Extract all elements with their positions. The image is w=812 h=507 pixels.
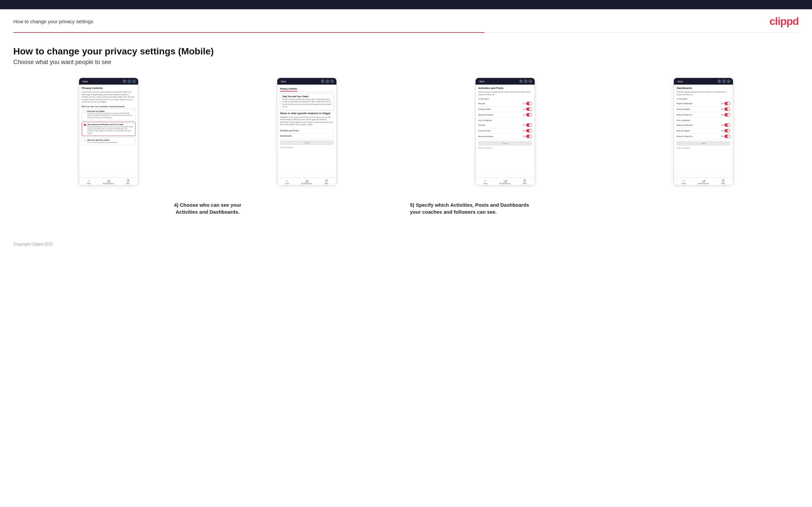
phone-mockup-2: ‹ Back 🔍 👤 ⚙ Privacy Controls Only You a… <box>277 78 337 185</box>
option-followers-coach[interactable]: Only Approved Followers and Your Coach O… <box>82 122 136 136</box>
followers-toggles-3: Rounds ON Practice Drills ON Manual Acti… <box>478 122 532 139</box>
back-btn-1[interactable]: ‹ Back <box>82 80 88 82</box>
save-button-4[interactable]: Save <box>676 141 730 146</box>
toggle-row[interactable]: Player Dashboard ON <box>676 122 730 128</box>
bottom-nav-4: ⌂ Home 📊 My Performance ☰ Menu <box>674 177 733 185</box>
header: How to change your privacy settings clip… <box>0 9 812 32</box>
caption-4: 4) Choose who can see your Activities an… <box>164 202 251 215</box>
bottom-nav-1: ⌂ Home 📊 My Performance ☰ Menu <box>79 177 138 185</box>
option-everyone-label: Everyone on Clippd <box>87 110 134 113</box>
settings-icon-3[interactable]: ⚙ <box>529 79 532 83</box>
toggle-switch[interactable] <box>724 129 730 132</box>
dashboards-label: Dashboards <box>280 135 292 137</box>
toggle-row[interactable]: What To Work On ON <box>676 134 730 139</box>
people-icon-4[interactable]: 👤 <box>722 79 726 83</box>
nav-home-2[interactable]: ⌂ Home <box>277 179 297 184</box>
toggle-switch[interactable] <box>724 102 730 105</box>
nav-performance-2[interactable]: 📊 My Performance <box>297 179 316 184</box>
activities-posts-chevron: › <box>333 129 334 132</box>
phone-topbar-3: ‹ Back 🔍 👤 ⚙ <box>475 78 535 84</box>
nav-perf-label-1: My Performance <box>103 183 114 184</box>
topbar-icons-2: 🔍 👤 ⚙ <box>321 79 334 83</box>
toggle-row[interactable]: Round Insights ON <box>676 128 730 134</box>
caption-5: 5) Specify which Activities, Posts and D… <box>410 202 530 215</box>
toggle-switch[interactable] <box>724 123 730 127</box>
people-icon-3[interactable]: 👤 <box>524 79 527 83</box>
back-btn-4[interactable]: ‹ Back <box>676 80 683 82</box>
nav-home-label-1: Home <box>87 183 91 184</box>
toggle-switch[interactable] <box>724 113 730 116</box>
toggle-switch[interactable] <box>526 113 532 116</box>
toggle-row[interactable]: Rounds ON <box>478 101 532 107</box>
privacy-tab[interactable]: Privacy Controls <box>280 87 297 92</box>
coaches-heading-4: COACHES <box>676 98 730 100</box>
nav-home-3[interactable]: ⌂ Home <box>475 179 495 184</box>
captions-row: 4) Choose who can see your Activities an… <box>13 195 799 215</box>
toggle-row[interactable]: Practice Drills ON <box>478 128 532 134</box>
settings-icon-4[interactable]: ⚙ <box>727 79 730 83</box>
save-button-3[interactable]: Save <box>478 141 532 146</box>
coaches-toggles-4: Player Dashboard ON Round Insights ON Wh… <box>676 101 730 118</box>
toggle-switch[interactable] <box>526 108 532 111</box>
main-content: How to change your privacy settings (Mob… <box>0 33 812 235</box>
activities-posts-row[interactable]: Activities and Posts › <box>280 128 334 133</box>
nav-menu-4[interactable]: ☰ Menu <box>713 179 733 184</box>
toggle-row[interactable]: Manual Activities ON <box>478 134 532 139</box>
menu-icon-2: ☰ <box>325 179 328 182</box>
back-btn-2[interactable]: ‹ Back <box>280 80 286 82</box>
tooltip-text: Only you and the coaches you connect wit… <box>282 98 332 108</box>
screenshots-row: ‹ Back 🔍 👤 ⚙ Privacy Controls Control ho… <box>13 78 799 185</box>
phone-topbar-2: ‹ Back 🔍 👤 ⚙ <box>277 78 337 84</box>
ap-title: Activities and Posts <box>478 87 532 90</box>
toggle-switch[interactable] <box>526 135 532 138</box>
nav-performance-1[interactable]: 📊 My Performance <box>99 179 118 184</box>
breadcrumb: How to change your privacy settings <box>13 18 93 24</box>
settings-icon-2[interactable]: ⚙ <box>331 79 334 83</box>
nav-menu-3[interactable]: ☰ Menu <box>515 179 535 184</box>
nav-menu-2[interactable]: ☰ Menu <box>317 179 337 184</box>
back-btn-3[interactable]: ‹ Back <box>478 80 485 82</box>
search-icon[interactable]: 🔍 <box>123 79 126 83</box>
option-you-coach[interactable]: Only You and Your Coach Only you and the… <box>82 137 136 145</box>
performance-icon-3: 📊 <box>503 179 507 182</box>
toggle-row[interactable]: Player Dashboard ON <box>676 101 730 107</box>
footer: Copyright Clippd 2022 <box>0 235 812 253</box>
search-icon-4[interactable]: 🔍 <box>718 79 721 83</box>
option-followers-desc: Only approved followers and coaches you … <box>87 126 134 134</box>
dashboards-row[interactable]: Dashboards › <box>280 133 334 139</box>
nav-performance-3[interactable]: 📊 My Performance <box>495 179 515 184</box>
toggle-row[interactable]: Manual Activities ON <box>478 112 532 118</box>
toggle-row[interactable]: Round Insights ON <box>676 107 730 112</box>
people-icon-2[interactable]: 👤 <box>326 79 329 83</box>
privacy-tab-line: Privacy Controls <box>280 87 334 92</box>
phone-topbar-4: ‹ Back 🔍 👤 ⚙ <box>674 78 733 84</box>
toggle-switch[interactable] <box>526 129 532 132</box>
phone-body-4: Dashboards Select the dashboards that yo… <box>674 84 733 177</box>
nav-menu-1[interactable]: ☰ Menu <box>118 179 138 184</box>
toggle-switch[interactable] <box>724 108 730 111</box>
radio-you-coach <box>84 139 86 142</box>
caption-group-34: 5) Specify which Activities, Posts and D… <box>410 195 799 215</box>
screenshot-group-1: ‹ Back 🔍 👤 ⚙ Privacy Controls Control ho… <box>13 78 204 185</box>
option-everyone[interactable]: Everyone on Clippd Everyone on Clippd ca… <box>82 109 136 121</box>
toggle-switch[interactable] <box>526 123 532 127</box>
toggle-switch[interactable] <box>724 135 730 138</box>
nav-performance-4[interactable]: 📊 My Performance <box>694 179 713 184</box>
phone-topbar-1: ‹ Back 🔍 👤 ⚙ <box>79 78 138 84</box>
help-support-4: Help & Support <box>676 146 730 149</box>
toggle-row[interactable]: Rounds ON <box>478 122 532 128</box>
save-button-2[interactable]: Save <box>280 140 334 145</box>
search-icon-3[interactable]: 🔍 <box>519 79 523 83</box>
search-icon-2[interactable]: 🔍 <box>321 79 324 83</box>
toggle-row[interactable]: What To Work On ON <box>676 112 730 118</box>
toggle-row[interactable]: Practice Drills ON <box>478 107 532 112</box>
toggle-switch[interactable] <box>526 102 532 105</box>
phone-mockup-3: ‹ Back 🔍 👤 ⚙ Activities and Posts Select… <box>475 78 535 185</box>
option-you-coach-desc: Only you and the coaches you connect wit… <box>87 142 118 144</box>
settings-icon[interactable]: ⚙ <box>132 79 136 83</box>
nav-home-label-3: Home <box>484 183 488 184</box>
top-bar <box>0 0 812 9</box>
people-icon[interactable]: 👤 <box>128 79 131 83</box>
nav-home-4[interactable]: ⌂ Home <box>674 179 694 184</box>
nav-home-1[interactable]: ⌂ Home <box>79 179 99 184</box>
